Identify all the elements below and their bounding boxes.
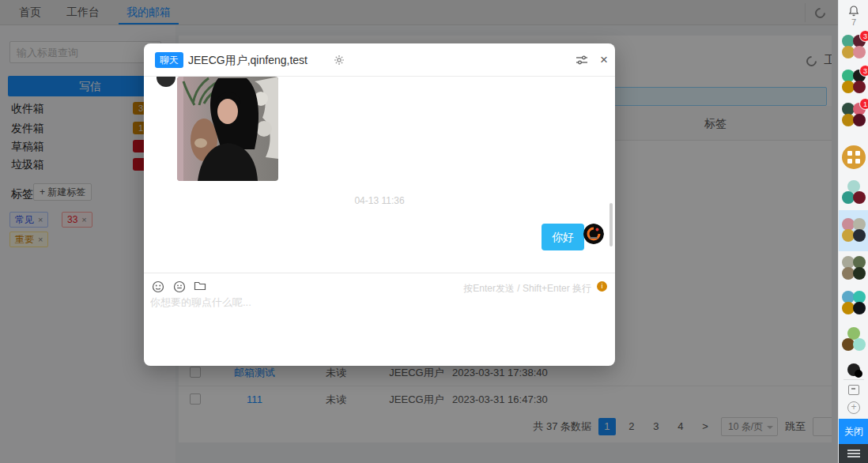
chat-contact[interactable] — [842, 327, 866, 351]
unread-badge: 3 — [859, 30, 868, 42]
chat-input-area: 按Enter发送 / Shift+Enter 换行 i — [144, 273, 615, 366]
folder-icon[interactable] — [194, 280, 206, 295]
unread-badge: 3 — [859, 65, 868, 77]
notification-count: 7 — [839, 17, 868, 27]
message-timestamp: 04-13 11:36 — [144, 195, 615, 206]
grid-icon — [847, 151, 852, 156]
add-contact-icon[interactable]: + — [847, 401, 860, 414]
grid-icon — [855, 159, 860, 164]
chat-badge: 聊天 — [155, 52, 183, 68]
menu-icon — [847, 453, 860, 454]
avatar — [853, 46, 866, 58]
avatar — [853, 302, 866, 314]
menu-icon[interactable] — [847, 450, 860, 451]
info-icon[interactable]: i — [597, 281, 607, 292]
chat-message-area: 04-13 11:36 你好 — [144, 77, 615, 273]
avatar — [853, 338, 866, 351]
emoji-icon[interactable] — [152, 280, 164, 296]
chat-contact[interactable] — [842, 360, 866, 384]
avatar — [157, 77, 175, 87]
avatar — [853, 191, 866, 204]
settings-tune-icon[interactable] — [576, 55, 588, 69]
menu-icon — [847, 456, 860, 457]
archive-icon[interactable] — [848, 385, 859, 395]
sidebar-footer — [839, 444, 868, 463]
grid-icon — [847, 159, 852, 164]
chat-contacts-sidebar: 7 3 3 1 — [838, 0, 868, 463]
chat-message-input[interactable] — [150, 295, 609, 344]
chat-contact[interactable] — [842, 256, 866, 280]
close-chat-panel-button[interactable]: 关闭 — [839, 419, 868, 444]
chat-contact-selected[interactable] — [842, 218, 866, 242]
grid-icon — [855, 151, 860, 156]
chat-contact[interactable] — [842, 291, 866, 314]
chat-title: JEECG用户,qinfeng,test — [188, 43, 308, 77]
send-hint: 按Enter发送 / Shift+Enter 换行 — [463, 282, 591, 295]
avatar — [853, 229, 866, 242]
sent-message-bubble: 你好 — [542, 224, 584, 250]
chat-contact[interactable] — [842, 180, 866, 204]
chat-contact[interactable]: 3 — [842, 70, 866, 93]
chat-contact[interactable]: 1 — [842, 103, 866, 126]
chat-dialog: 聊天 JEECG用户,qinfeng,test × — [144, 43, 615, 366]
chat-contact[interactable]: 3 — [842, 35, 866, 58]
sticker-icon[interactable] — [173, 280, 186, 296]
gear-icon[interactable] — [334, 55, 345, 69]
app-root: 首页 工作台 我的邮箱 写信 收件箱 3 发件箱 1 草稿箱 垃圾箱 标签 + … — [0, 0, 868, 463]
avatar — [855, 370, 862, 378]
avatar — [853, 267, 866, 280]
avatar — [583, 224, 604, 244]
scrollbar-thumb[interactable] — [609, 203, 613, 247]
avatar — [853, 81, 866, 93]
chat-dialog-header: 聊天 JEECG用户,qinfeng,test × — [144, 43, 615, 77]
divider — [843, 379, 864, 380]
avatar — [853, 114, 866, 126]
photo-message[interactable] — [177, 77, 278, 181]
unread-badge: 1 — [859, 98, 868, 110]
chat-contact[interactable] — [842, 145, 866, 169]
close-icon[interactable]: × — [594, 50, 613, 70]
